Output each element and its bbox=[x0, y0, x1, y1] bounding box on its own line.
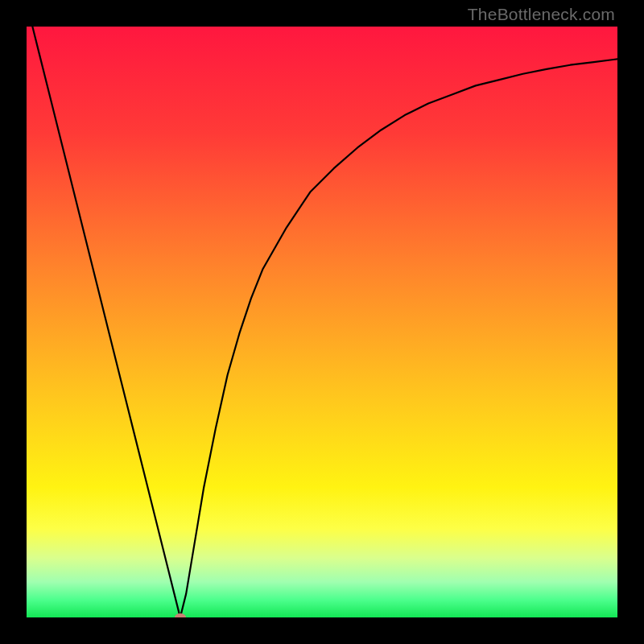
plot-area bbox=[27, 27, 617, 617]
chart-frame: TheBottleneck.com bbox=[0, 0, 644, 644]
gradient-background bbox=[27, 27, 617, 617]
optimal-point-marker bbox=[175, 613, 186, 617]
attribution-text: TheBottleneck.com bbox=[468, 5, 615, 24]
plot-svg bbox=[27, 27, 617, 617]
